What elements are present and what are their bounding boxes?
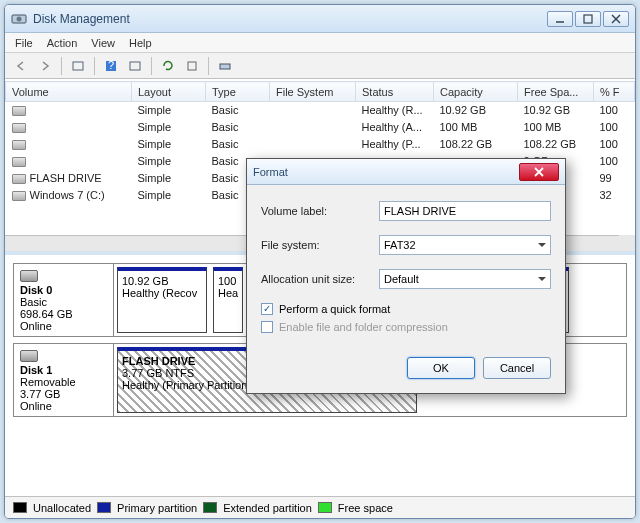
disk-header[interactable]: Disk 0Basic698.64 GBOnline xyxy=(14,264,114,336)
allocation-label: Allocation unit size: xyxy=(261,273,379,285)
svg-rect-11 xyxy=(220,64,230,69)
volume-label-label: Volume label: xyxy=(261,205,379,217)
toolbar-icon[interactable] xyxy=(182,56,202,76)
toolbar: ? xyxy=(5,53,635,79)
menu-help[interactable]: Help xyxy=(129,37,152,49)
svg-rect-10 xyxy=(188,62,196,70)
close-icon xyxy=(533,167,545,177)
legend-swatch-unalloc xyxy=(13,502,27,513)
toolbar-icon[interactable] xyxy=(68,56,88,76)
legend-label: Unallocated xyxy=(33,502,91,514)
volume-icon xyxy=(12,140,26,150)
file-system-label: File system: xyxy=(261,239,379,251)
partition[interactable]: 10.92 GBHealthy (Recov xyxy=(117,267,207,333)
table-row[interactable]: SimpleBasicHealthy (R...10.92 GB10.92 GB… xyxy=(6,102,635,119)
dialog-titlebar: Format xyxy=(247,159,565,185)
col-status[interactable]: Status xyxy=(356,82,434,102)
legend: Unallocated Primary partition Extended p… xyxy=(5,496,635,518)
toolbar-icon[interactable] xyxy=(125,56,145,76)
col-type[interactable]: Type xyxy=(206,82,270,102)
volume-icon xyxy=(12,157,26,167)
disk-header[interactable]: Disk 1Removable3.77 GBOnline xyxy=(14,344,114,416)
quick-format-label: Perform a quick format xyxy=(279,303,390,315)
volume-label-input[interactable] xyxy=(379,201,551,221)
compression-checkbox: Enable file and folder compression xyxy=(261,321,551,333)
help-icon[interactable]: ? xyxy=(101,56,121,76)
svg-text:?: ? xyxy=(108,60,114,71)
table-row[interactable]: SimpleBasicHealthy (P...108.22 GB108.22 … xyxy=(6,136,635,153)
svg-rect-9 xyxy=(130,62,140,70)
legend-swatch-extended xyxy=(203,502,217,513)
legend-label: Primary partition xyxy=(117,502,197,514)
svg-rect-3 xyxy=(584,15,592,23)
volume-icon xyxy=(12,174,26,184)
dialog-close-button[interactable] xyxy=(519,163,559,181)
maximize-button[interactable] xyxy=(575,11,601,27)
partition[interactable]: 100Hea xyxy=(213,267,243,333)
disk-icon xyxy=(20,350,38,362)
dialog-title: Format xyxy=(253,166,519,178)
legend-label: Extended partition xyxy=(223,502,312,514)
legend-swatch-primary xyxy=(97,502,111,513)
cancel-button[interactable]: Cancel xyxy=(483,357,551,379)
window-title: Disk Management xyxy=(33,12,547,26)
volume-icon xyxy=(12,191,26,201)
svg-point-1 xyxy=(17,16,22,21)
quick-format-checkbox[interactable]: Perform a quick format xyxy=(261,303,551,315)
volume-icon xyxy=(12,106,26,116)
close-button[interactable] xyxy=(603,11,629,27)
compression-label: Enable file and folder compression xyxy=(279,321,448,333)
col-free[interactable]: Free Spa... xyxy=(518,82,594,102)
back-button[interactable] xyxy=(11,56,31,76)
col-layout[interactable]: Layout xyxy=(132,82,206,102)
app-icon xyxy=(11,11,27,27)
forward-button[interactable] xyxy=(35,56,55,76)
menu-view[interactable]: View xyxy=(91,37,115,49)
svg-rect-6 xyxy=(73,62,83,70)
col-capacity[interactable]: Capacity xyxy=(434,82,518,102)
col-pct[interactable]: % F xyxy=(594,82,635,102)
allocation-select[interactable]: Default xyxy=(379,269,551,289)
legend-swatch-free xyxy=(318,502,332,513)
toolbar-icon[interactable] xyxy=(215,56,235,76)
titlebar: Disk Management xyxy=(5,5,635,33)
table-row[interactable]: SimpleBasicHealthy (A...100 MB100 MB100 xyxy=(6,119,635,136)
scroll-corner xyxy=(619,235,635,251)
disk-icon xyxy=(20,270,38,282)
ok-button[interactable]: OK xyxy=(407,357,475,379)
checkbox-icon xyxy=(261,303,273,315)
refresh-icon[interactable] xyxy=(158,56,178,76)
checkbox-icon xyxy=(261,321,273,333)
file-system-select[interactable]: FAT32 xyxy=(379,235,551,255)
menu-action[interactable]: Action xyxy=(47,37,78,49)
format-dialog: Format Volume label: File system: FAT32 … xyxy=(246,158,566,394)
legend-label: Free space xyxy=(338,502,393,514)
col-fs[interactable]: File System xyxy=(270,82,356,102)
minimize-button[interactable] xyxy=(547,11,573,27)
menu-file[interactable]: File xyxy=(15,37,33,49)
menubar: File Action View Help xyxy=(5,33,635,53)
col-volume[interactable]: Volume xyxy=(6,82,132,102)
volume-icon xyxy=(12,123,26,133)
